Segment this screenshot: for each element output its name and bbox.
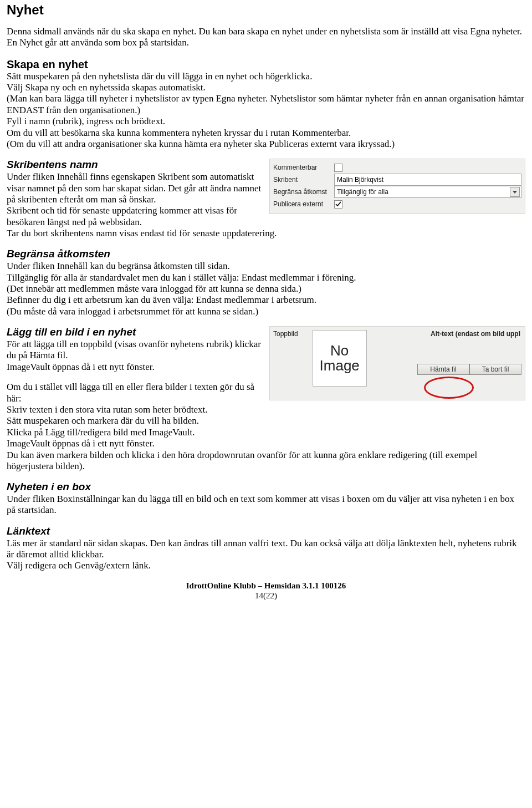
- body-text: Befinner du dig i ett arbetsrum kan du ä…: [7, 294, 525, 306]
- body-text: Om du vill att besökarna ska kunna komme…: [7, 128, 525, 139]
- body-text: (Du måste då vara inloggad i arbetsrumme…: [7, 306, 525, 317]
- heading-lanktext: Länktext: [7, 525, 525, 538]
- begransa-atkomst-label: Begränsa åtkomst: [273, 188, 332, 196]
- publicera-externt-checkbox[interactable]: [334, 200, 342, 209]
- body-text: Sätt muspekaren på den nyhetslista där d…: [7, 71, 525, 82]
- kommenterbar-label: Kommenterbar: [273, 164, 332, 171]
- toppbild-panel: Toppbild No Image Alt-text (endast om bi…: [269, 326, 525, 400]
- hamta-fil-button[interactable]: Hämta fil: [417, 364, 469, 375]
- body-text: Fyll i namn (rubrik), ingress och brödte…: [7, 116, 525, 127]
- heading-nyhet: Nyhet: [7, 2, 525, 18]
- heading-skapa-en-nyhet: Skapa en nyhet: [7, 58, 525, 71]
- footer-title: IdrottOnline Klubb – Hemsidan 3.1.1 1001…: [7, 581, 525, 591]
- properties-panel: Kommenterbar Skribent Begränsa åtkomst T…: [269, 159, 525, 214]
- publicera-externt-label: Publicera externt: [273, 200, 332, 208]
- body-text: Under fliken Innehåll kan du begränsa åt…: [7, 261, 525, 272]
- body-text: (Om du vill att andra organisationer ska…: [7, 139, 525, 150]
- skribent-label: Skribent: [273, 176, 332, 184]
- ta-bort-fil-button[interactable]: Ta bort fil: [469, 364, 521, 375]
- body-text: Läs mer är standard när sidan skapas. De…: [7, 538, 525, 561]
- no-image-text: Image: [320, 358, 360, 373]
- heading-begransa-atkomsten: Begränsa åtkomsten: [7, 248, 525, 261]
- body-text: (Det innebär att medlemmen måste vara in…: [7, 283, 525, 294]
- body-text: Du kan även markera bilden och klicka i …: [7, 450, 525, 472]
- body-text: (Man kan bara lägga till nyheter i nyhet…: [7, 93, 525, 116]
- body-text: Under fliken Boxinställningar kan du läg…: [7, 494, 525, 516]
- body-text: Välj redigera och Genväg/extern länk.: [7, 560, 525, 571]
- page-footer: IdrottOnline Klubb – Hemsidan 3.1.1 1001…: [7, 581, 525, 601]
- skribent-input[interactable]: [334, 174, 521, 186]
- body-text: Skriv texten i den stora vita rutan som …: [7, 404, 525, 415]
- no-image-text: No: [330, 343, 349, 358]
- body-text: Tillgänglig för alla är standardvalet me…: [7, 272, 525, 283]
- chevron-down-icon: [510, 187, 520, 197]
- body-text: Tar du bort skribentens namn visas endas…: [7, 228, 525, 239]
- heading-nyheten-i-en-box: Nyheten i en box: [7, 481, 525, 494]
- kommenterbar-checkbox[interactable]: [334, 164, 342, 172]
- no-image-placeholder: No Image: [313, 330, 367, 387]
- body-text: Välj Skapa ny och en nyhetssida skapas a…: [7, 82, 525, 93]
- select-value: Tillgänglig för alla: [337, 188, 388, 196]
- intro-paragraph: Denna sidmall används när du ska skapa e…: [7, 26, 525, 49]
- body-text: ImageVault öppnas då i ett nytt fönster.: [7, 438, 525, 449]
- body-text: Klicka på Lägg till/redigera bild med Im…: [7, 427, 525, 438]
- begransa-atkomst-select[interactable]: Tillgänglig för alla: [334, 186, 521, 198]
- body-text: Sätt muspekaren och markera där du vill …: [7, 415, 525, 426]
- alt-text-label: Alt-text (endast om bild uppl: [381, 330, 521, 338]
- footer-page-number: 14(22): [7, 591, 525, 601]
- toppbild-label: Toppbild: [273, 330, 298, 338]
